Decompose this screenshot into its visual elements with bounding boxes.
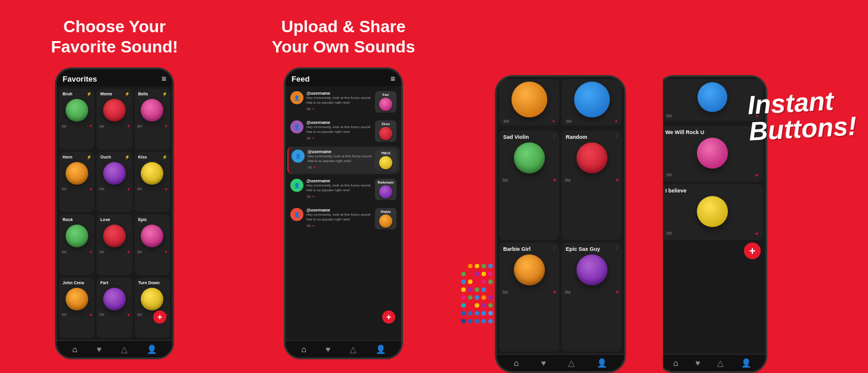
nav-heart-2[interactable]: ♥	[326, 344, 330, 354]
sound-cell-kiss[interactable]: Kiss ⚡ 3M♥	[135, 152, 170, 213]
nav-fire-4[interactable]: △	[717, 358, 724, 368]
nav-heart-4[interactable]: ♥	[695, 358, 700, 368]
dots-random: ⋮	[615, 133, 619, 138]
svg-point-3	[482, 264, 486, 269]
feed-sound-btn-happy[interactable]: Happy	[375, 208, 396, 229]
nav-person-3[interactable]: 👤	[597, 358, 607, 368]
filter-icon-2[interactable]: ≡	[390, 74, 395, 83]
sound-btn-kiss[interactable]	[141, 162, 163, 185]
svg-point-37	[468, 287, 473, 292]
feed-sound-btn-siren[interactable]: Siren	[375, 120, 396, 142]
sound-btn-horn[interactable]	[66, 162, 88, 185]
sound-btn-epic[interactable]	[141, 225, 163, 247]
sound-btn-turndown[interactable]	[141, 288, 163, 310]
sound-btn-bells[interactable]	[141, 99, 163, 122]
feed-sound-btn-badumpts[interactable]: Badumpts	[375, 179, 396, 200]
sound-cell-ibelieve[interactable]: I believe 3M ♥	[663, 184, 763, 240]
sound-btn-epicsaxguy[interactable]	[576, 254, 607, 285]
nav-fire-3[interactable]: △	[568, 358, 575, 368]
sound-cell-wewillrock[interactable]: We Will Rock U 3M ♥	[663, 126, 763, 182]
feed-sound-btn-fart[interactable]: Fart	[375, 91, 396, 113]
feed-content-2: @username Hey community, look at this fu…	[306, 120, 372, 140]
feed-sound-circle-fart	[379, 98, 392, 111]
nav-fire-1[interactable]: △	[121, 344, 128, 354]
sound-cell-rock[interactable]: Rock 3M♥	[59, 215, 94, 275]
sound-btn-fart[interactable]	[103, 288, 126, 310]
svg-point-52	[488, 296, 493, 300]
feed-heart-4: ♥	[312, 195, 315, 198]
fab-button-4[interactable]: +	[744, 243, 761, 259]
nav-person-4[interactable]: 👤	[741, 358, 751, 368]
panel-2-title: Upload & ShareYour Own Sounds	[272, 17, 416, 57]
instant-buttons-text: InstantButtons!	[747, 86, 857, 144]
sound-cell-meme[interactable]: Meme ⚡ 3M♥	[97, 89, 132, 150]
nav-home-3[interactable]: ⌂	[514, 358, 519, 368]
sound-btn-ouch[interactable]	[103, 162, 126, 185]
phone-3-wrapper: 3M ♥ 3M ♥ Sad Violin	[495, 75, 626, 373]
app-title-1: Favorites	[63, 74, 97, 83]
feed-text-5: Hey community, look at this funny sound …	[306, 213, 372, 222]
sound-btn-barbiegirl[interactable]	[514, 254, 545, 285]
sound-cell-love[interactable]: Love 3M♥	[97, 215, 132, 275]
svg-point-27	[482, 279, 486, 284]
sound-cell-epicsaxguy[interactable]: Epic Sax Guy ⋮ 3M♥	[562, 243, 622, 352]
nav-home-4[interactable]: ⌂	[673, 358, 678, 368]
heart-johncena: ♥	[89, 313, 92, 317]
heart-random: ♥	[616, 178, 619, 183]
sound-cell-bruh[interactable]: Bruh ⚡ 3M♥	[59, 89, 94, 150]
sound-cell-horn[interactable]: Horn ⚡ 3M♥	[59, 152, 94, 213]
dots-epicsaxguy: ⋮	[615, 245, 619, 250]
nav-heart-3[interactable]: ♥	[541, 358, 545, 368]
heart-sadviolin: ♥	[553, 178, 556, 183]
feed-content-3: @username Hey community, look at this fu…	[308, 150, 372, 169]
svg-point-75	[482, 311, 486, 316]
lightning-bruh: ⚡	[86, 92, 92, 97]
sound-btn-ibelieve[interactable]	[697, 196, 728, 227]
feed-sound-btn-ymca[interactable]: YMCA	[375, 150, 396, 171]
nav-home-2[interactable]: ⌂	[301, 344, 306, 354]
sound-btn-rock[interactable]	[66, 225, 88, 247]
sound-cell-barbiegirl[interactable]: Barbie Girl ⋮ 3M♥	[499, 243, 559, 352]
feed-count-4: 3M	[306, 195, 311, 198]
sound-btn-love[interactable]	[103, 225, 126, 247]
svg-point-84	[461, 319, 466, 324]
nav-home-1[interactable]: ⌂	[72, 344, 77, 354]
sound-btn-top-2	[574, 82, 610, 117]
sound-name-meme: Meme	[99, 92, 112, 96]
sound-cell-top-1[interactable]: 3M ♥	[499, 79, 559, 126]
sound-btn-johncena[interactable]	[66, 288, 88, 310]
svg-point-0	[461, 264, 466, 269]
sound-cell-epic[interactable]: Epic 3M♥	[135, 215, 170, 275]
svg-point-16	[488, 272, 493, 276]
sound-cell-ouch[interactable]: Ouch ⚡ 3M♥	[97, 152, 132, 213]
sound-cell-johncena[interactable]: John Cena 3M♥	[59, 278, 94, 338]
heart-wewillrock: ♥	[755, 173, 758, 178]
filter-icon-1[interactable]: ≡	[162, 74, 166, 83]
sound-cell-fart[interactable]: Fart 3M♥	[97, 278, 132, 338]
count-bells: 3M	[137, 125, 142, 128]
sound-cell-top-2[interactable]: 3M ♥	[562, 79, 622, 126]
dots-barbiegirl: ⋮	[553, 245, 556, 250]
svg-point-62	[475, 303, 479, 308]
heart-epicsaxguy: ♥	[616, 290, 619, 295]
sound-btn-wewillrock[interactable]	[697, 138, 728, 169]
heart-love: ♥	[128, 250, 130, 254]
nav-heart-1[interactable]: ♥	[97, 344, 101, 354]
sound-cell-bells[interactable]: Bells ⚡ 3M♥	[135, 89, 170, 150]
sound-btn-bruh[interactable]	[66, 99, 88, 122]
sound-btn-random[interactable]	[576, 142, 607, 173]
sound-cell-turndown[interactable]: Turn Down 3M♥	[135, 278, 170, 338]
nav-person-2[interactable]: 👤	[376, 344, 386, 354]
phone-1-screen: Favorites ≡ Bruh ⚡ 3M♥ Meme ⚡ 3M♥	[57, 69, 172, 358]
nav-fire-2[interactable]: △	[350, 344, 356, 354]
sound-btn-sadviolin[interactable]	[514, 142, 545, 173]
heart-fart: ♥	[128, 313, 130, 317]
sound-cell-sadviolin[interactable]: Sad Violin ⋮ 3M♥	[499, 130, 559, 240]
lightning-meme: ⚡	[125, 92, 130, 97]
feed-sound-label-fart: Fart	[383, 93, 389, 97]
sound-btn-meme[interactable]	[103, 99, 126, 122]
nav-person-1[interactable]: 👤	[147, 344, 157, 354]
sound-cell-random[interactable]: Random ⋮ 3M♥	[562, 130, 622, 240]
avatar-5: 👤	[290, 208, 303, 221]
sound-name-ibelieve: I believe	[664, 188, 687, 194]
